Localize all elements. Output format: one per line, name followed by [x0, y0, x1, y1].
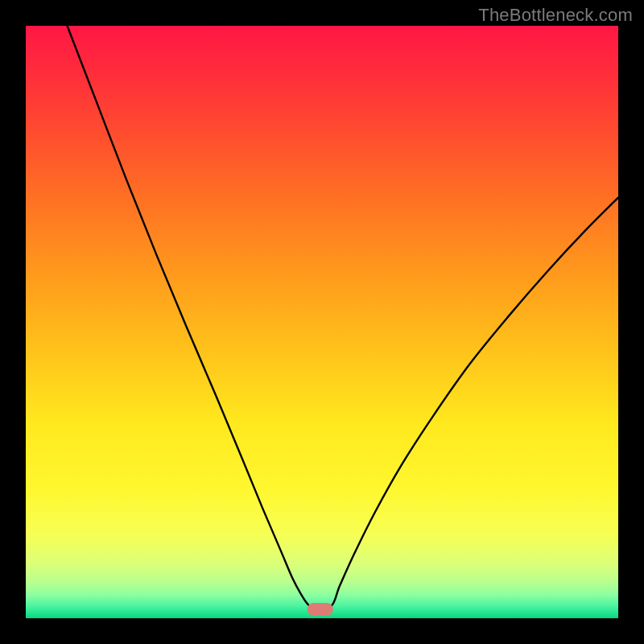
chart-container: TheBottleneck.com: [0, 0, 644, 644]
optimal-marker: [308, 603, 333, 616]
gradient-background: [26, 26, 618, 618]
bottleneck-plot: [26, 26, 618, 618]
watermark-label: TheBottleneck.com: [478, 5, 633, 26]
